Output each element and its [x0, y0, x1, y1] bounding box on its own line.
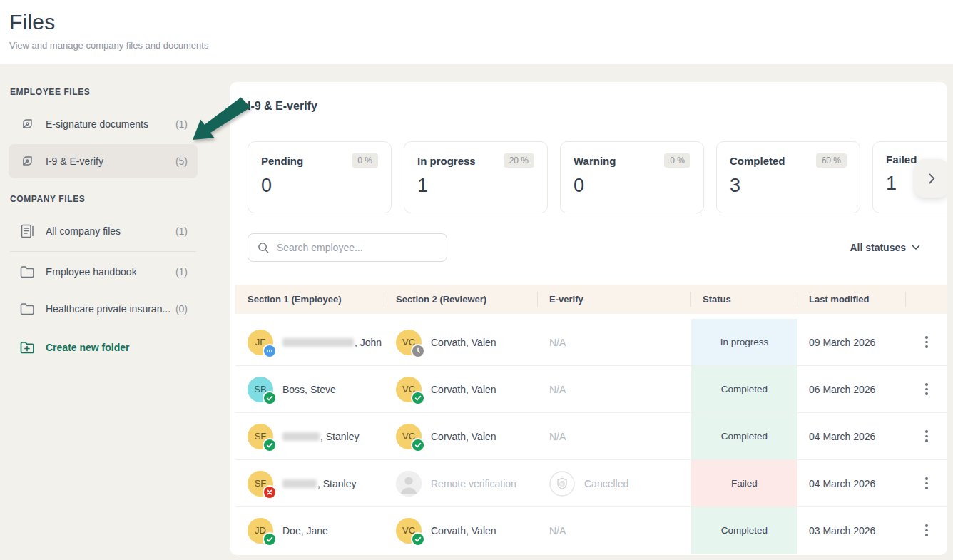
- status-filter-dropdown[interactable]: All statuses: [850, 242, 920, 253]
- table-row[interactable]: SB Boss, Steve VC Corvath, Va: [235, 366, 947, 413]
- sidebar-item-count: (1): [175, 225, 188, 237]
- column-header-everify: E-verify: [538, 292, 691, 307]
- everify-status: N/A: [538, 413, 691, 459]
- status-badge: Completed: [691, 507, 797, 554]
- stat-label: Warning: [574, 155, 616, 167]
- everify-status: Cancelled: [584, 478, 628, 489]
- stats-scroll-next-button[interactable]: [914, 159, 947, 198]
- chevron-right-icon: [929, 173, 935, 184]
- check-badge-icon: [263, 532, 277, 546]
- sidebar-item-count: (1): [175, 118, 188, 130]
- table-header-row: Section 1 (Employee) Section 2 (Reviewer…: [235, 285, 947, 314]
- employee-name: , John: [355, 337, 382, 348]
- reviewer-name: Corvath, Valen: [431, 384, 496, 395]
- row-actions-menu-button[interactable]: [917, 332, 937, 352]
- page-subtitle: View and manage company files and docume…: [9, 40, 953, 51]
- panel-title: I-9 & E-verify: [248, 100, 929, 113]
- sidebar-item-i9-everify[interactable]: I-9 & E-verify (5): [9, 144, 198, 178]
- last-modified-date: 06 March 2026: [797, 366, 906, 412]
- table-row[interactable]: SF , Stanley Remote verification: [235, 460, 947, 507]
- column-header-section2: Section 2 (Reviewer): [384, 292, 538, 307]
- status-filter-label: All statuses: [850, 242, 906, 253]
- pen-nib-icon: [19, 153, 36, 170]
- sidebar-item-label: Employee handbook: [46, 266, 137, 278]
- column-header-last-modified: Last modified: [797, 292, 906, 307]
- sidebar-item-label: E-signature documents: [46, 118, 148, 130]
- shield-at-icon: @: [549, 471, 575, 497]
- search-input[interactable]: [277, 242, 438, 253]
- company-files-section-label: COMPANY FILES: [10, 194, 198, 204]
- content-region: EMPLOYEE FILES E-signature documents (1)…: [0, 64, 953, 560]
- employee-search: [248, 233, 447, 262]
- row-actions-menu-button[interactable]: [917, 521, 937, 541]
- page-header: Files View and manage company files and …: [0, 0, 953, 64]
- x-badge-icon: [263, 485, 277, 499]
- sidebar-item-count: (0): [175, 303, 188, 315]
- clock-badge-icon: [411, 344, 425, 358]
- create-new-folder-label: Create new folder: [46, 342, 129, 353]
- employee-name: , Stanley: [320, 431, 359, 442]
- sidebar-item-all-company-files[interactable]: All company files (1): [9, 214, 198, 248]
- employee-files-section-label: EMPLOYEE FILES: [10, 87, 198, 97]
- table-row[interactable]: SF , Stanley VC Corvath, Vale: [235, 413, 947, 460]
- table-row[interactable]: JF , John VC Corvath, Valen: [235, 319, 947, 366]
- stat-value: 0: [261, 175, 378, 197]
- stat-label: Failed: [886, 153, 917, 166]
- stat-percent-badge: 60 %: [816, 153, 847, 168]
- stat-value: 1: [417, 175, 534, 197]
- stat-card-warning: Warning 0 % 0: [560, 141, 704, 213]
- stat-value: 3: [730, 175, 847, 197]
- more-dots-badge-icon: [263, 344, 277, 358]
- last-modified-date: 04 March 2026: [797, 413, 906, 459]
- check-badge-icon: [263, 391, 277, 405]
- folder-icon: [19, 300, 36, 317]
- employee-name: , Stanley: [317, 478, 356, 489]
- check-badge-icon: [411, 438, 425, 452]
- sidebar-item-count: (5): [175, 156, 188, 167]
- row-actions-menu-button[interactable]: [917, 380, 937, 399]
- stat-label: Completed: [730, 155, 785, 167]
- status-badge: Completed: [691, 366, 797, 412]
- i9-everify-panel: I-9 & E-verify Pending 0 % 0 In progress…: [230, 82, 947, 555]
- reviewer-name: Corvath, Valen: [431, 431, 496, 442]
- pen-nib-icon: [19, 116, 36, 133]
- sidebar-item-healthcare-insurance[interactable]: Healthcare private insuran... (0): [9, 292, 198, 326]
- sidebar-item-label: All company files: [46, 225, 121, 237]
- column-header-section1: Section 1 (Employee): [235, 292, 384, 307]
- reviewer-name: Corvath, Valen: [431, 337, 496, 348]
- stat-percent-badge: 0 %: [352, 153, 378, 168]
- sidebar-item-label: I-9 & E-verify: [46, 156, 103, 167]
- sidebar-divider: [10, 251, 196, 252]
- reviewer-name: Remote verification: [431, 478, 516, 489]
- status-badge: Completed: [691, 413, 797, 459]
- stat-card-in-progress: In progress 20 % 1: [404, 141, 548, 213]
- row-actions-menu-button[interactable]: [917, 427, 937, 447]
- column-header-actions: [906, 292, 947, 307]
- svg-text:@: @: [559, 479, 565, 487]
- sidebar-item-count: (1): [175, 266, 188, 278]
- check-badge-icon: [263, 438, 277, 452]
- page-title: Files: [9, 10, 953, 34]
- last-modified-date: 04 March 2026: [797, 460, 906, 506]
- everify-status: N/A: [538, 366, 691, 412]
- table-row[interactable]: JD Doe, Jane VC Corvath, Vale: [235, 507, 947, 554]
- everify-status: N/A: [538, 319, 691, 365]
- files-sidebar: EMPLOYEE FILES E-signature documents (1)…: [0, 64, 230, 560]
- stat-percent-badge: 0 %: [664, 153, 690, 168]
- sidebar-item-employee-handbook[interactable]: Employee handbook (1): [9, 255, 198, 289]
- documents-icon: [19, 223, 36, 240]
- stat-label: Pending: [261, 155, 303, 167]
- sidebar-item-esignature-documents[interactable]: E-signature documents (1): [9, 107, 198, 141]
- employee-name: Doe, Jane: [282, 525, 328, 536]
- person-placeholder-icon: [396, 471, 422, 497]
- stat-percent-badge: 20 %: [504, 153, 534, 168]
- create-new-folder-button[interactable]: Create new folder: [9, 332, 198, 363]
- employee-name: Boss, Steve: [282, 384, 336, 395]
- reviewer-name: Corvath, Valen: [431, 525, 496, 536]
- stat-value: 0: [574, 175, 690, 197]
- chevron-down-icon: [912, 245, 920, 250]
- status-badge: Failed: [691, 460, 797, 506]
- status-stat-cards: Pending 0 % 0 In progress 20 % 1 Warning: [248, 141, 947, 213]
- row-actions-menu-button[interactable]: [917, 474, 937, 494]
- stat-card-pending: Pending 0 % 0: [248, 141, 392, 213]
